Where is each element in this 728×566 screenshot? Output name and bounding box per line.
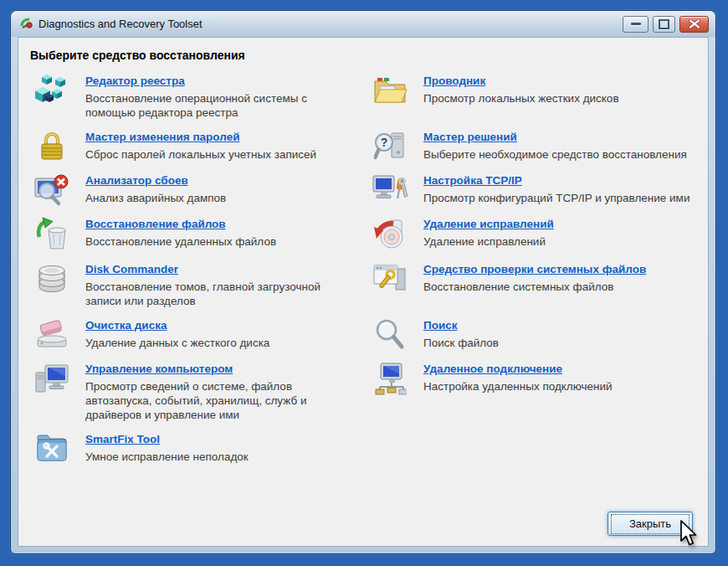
close-window-button[interactable] (679, 16, 709, 33)
tool-item-explorer: Проводник Просмотр локальных жестких дис… (368, 73, 696, 107)
file-restore-icon (30, 216, 74, 252)
window-controls (623, 16, 709, 33)
tool-desc-crash-analyzer: Анализ аварийных дампов (85, 191, 355, 205)
computer-management-icon (30, 361, 74, 395)
close-button[interactable]: Закрыть (608, 512, 693, 536)
tool-item-registry-editor: Редактор реестра Восстановление операцио… (30, 73, 358, 120)
minimize-button[interactable] (623, 16, 649, 33)
tool-link-crash-analyzer[interactable]: Анализатор сбоев (85, 173, 188, 188)
tool-item-sfc: Средство проверки системных файлов Восст… (368, 261, 696, 296)
tools-grid: Редактор реестра Восстановление операцио… (30, 73, 696, 464)
tool-item-tcpip-config: Настройка TCP/IP Просмотр конфигураций T… (368, 172, 696, 207)
tool-item-crash-analyzer: Анализатор сбоев Анализ аварийных дампов (30, 172, 358, 207)
tool-item-computer-management: Управление компьютером Просмотр сведений… (30, 361, 358, 422)
client-area: Выберите средство восстановления Редакто… (18, 37, 709, 547)
tool-item-hotfix-uninstall: Удаление исправлений Удаление исправлени… (368, 216, 696, 250)
tool-desc-registry-editor: Восстановление операционной системы с по… (85, 91, 355, 120)
tool-desc-solution-wizard: Выберите необходимое средство восстановл… (423, 147, 693, 162)
tool-link-smartfix[interactable]: SmartFix Tool (85, 432, 160, 447)
tool-desc-locksmith: Сброс паролей локальных учетных записей (85, 147, 355, 162)
dart-window: Diagnostics and Recovery Toolset Выберит… (10, 10, 716, 554)
tool-desc-explorer: Просмотр локальных жестких дисков (423, 91, 693, 105)
minimize-icon (631, 23, 641, 25)
window-title: Diagnostics and Recovery Toolset (38, 18, 203, 30)
maximize-button[interactable] (653, 16, 675, 33)
close-button-label: Закрыть (611, 514, 690, 534)
tool-item-disk-commander: Disk Commander Восстановление томов, гла… (30, 261, 358, 308)
dart-app-icon (19, 17, 33, 31)
tool-link-computer-management[interactable]: Управление компьютером (85, 362, 233, 377)
tool-item-search: Поиск Поиск файлов (368, 317, 696, 352)
tool-link-registry-editor[interactable]: Редактор реестра (85, 74, 185, 89)
registry-editor-icon (30, 73, 74, 109)
tool-item-smartfix: SmartFix Tool Умное исправление неполадо… (30, 431, 358, 464)
tool-desc-disk-commander: Восстановление томов, главной загрузочно… (85, 280, 355, 308)
maximize-icon (659, 19, 669, 29)
smartfix-icon (30, 431, 74, 464)
tool-desc-search: Поиск файлов (423, 336, 693, 350)
sfc-icon (368, 261, 412, 296)
tool-desc-remote-connection: Настройка удаленных подключений (423, 379, 693, 394)
solution-wizard-icon: ? (368, 129, 412, 163)
tool-link-locksmith[interactable]: Мастер изменения паролей (85, 130, 239, 145)
tool-link-solution-wizard[interactable]: Мастер решений (423, 130, 517, 145)
tool-item-remote-connection: Удаленное подключение Настройка удаленны… (368, 361, 696, 397)
disk-commander-icon (30, 261, 74, 296)
title-bar[interactable]: Diagnostics and Recovery Toolset (11, 11, 715, 37)
tool-item-file-restore: Восстановление файлов Восстановление уда… (30, 216, 358, 252)
tool-link-remote-connection[interactable]: Удаленное подключение (423, 362, 562, 377)
tool-desc-hotfix-uninstall: Удаление исправлений (423, 234, 693, 249)
tcpip-config-icon (368, 172, 412, 207)
crash-analyzer-icon (30, 172, 74, 207)
tool-link-sfc[interactable]: Средство проверки системных файлов (423, 262, 646, 277)
tool-desc-tcpip-config: Просмотр конфигураций TCP/IP и управлени… (423, 191, 693, 205)
tool-item-disk-wipe: Очистка диска Удаление данных с жесткого… (30, 317, 358, 352)
tool-link-disk-wipe[interactable]: Очистка диска (85, 318, 167, 333)
page-title: Выберите средство восстановления (30, 49, 696, 62)
tool-link-file-restore[interactable]: Восстановление файлов (85, 217, 226, 232)
tool-link-tcpip-config[interactable]: Настройка TCP/IP (423, 173, 522, 188)
hotfix-uninstall-icon (368, 216, 412, 250)
tool-desc-file-restore: Восстановление удаленных файлов (85, 234, 355, 249)
locksmith-icon (30, 129, 74, 163)
svg-text:?: ? (381, 136, 388, 149)
tool-link-explorer[interactable]: Проводник (423, 74, 485, 89)
search-icon (368, 317, 412, 352)
tool-item-solution-wizard: ? Мастер решений Выберите необходимое ср… (368, 129, 696, 163)
tool-link-hotfix-uninstall[interactable]: Удаление исправлений (423, 217, 554, 232)
explorer-icon (368, 73, 412, 107)
tool-desc-computer-management: Просмотр сведений о системе, файлов авто… (85, 379, 355, 422)
disk-wipe-icon (30, 317, 74, 352)
remote-connection-icon (368, 361, 412, 397)
tool-link-search[interactable]: Поиск (423, 318, 458, 333)
tool-link-disk-commander[interactable]: Disk Commander (85, 262, 178, 277)
tool-desc-sfc: Восстановление системных файлов (423, 280, 693, 294)
tool-desc-disk-wipe: Удаление данных с жесткого диска (85, 336, 355, 350)
tool-item-locksmith: Мастер изменения паролей Сброс паролей л… (30, 129, 358, 163)
tool-desc-smartfix: Умное исправление неполадок (85, 450, 355, 464)
close-icon (689, 19, 700, 28)
